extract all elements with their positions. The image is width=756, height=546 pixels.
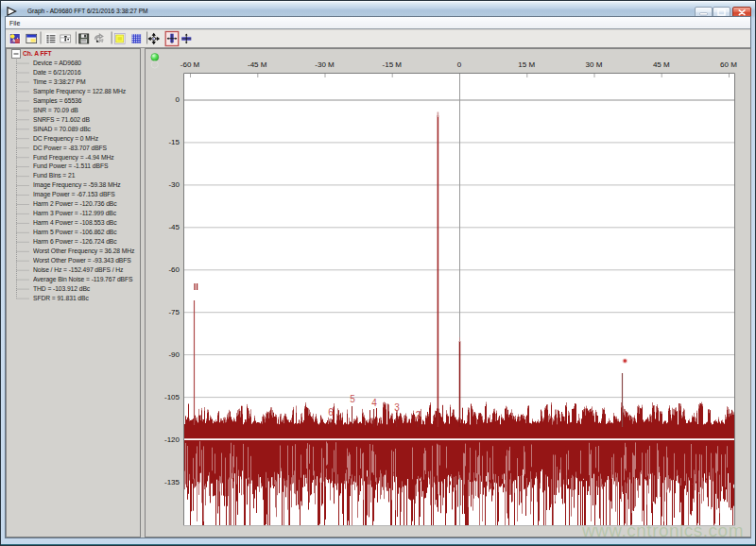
svg-text:5: 5 xyxy=(350,394,355,404)
svg-text:0: 0 xyxy=(176,95,180,104)
svg-text:0: 0 xyxy=(457,60,462,69)
svg-text:-105: -105 xyxy=(164,393,180,401)
svg-text:45 M: 45 M xyxy=(653,60,670,69)
svg-text:15 M: 15 M xyxy=(518,60,535,69)
svg-text:-120: -120 xyxy=(164,435,180,444)
svg-text:-60 M: -60 M xyxy=(180,60,200,69)
svg-text:-30 M: -30 M xyxy=(315,60,335,69)
svg-text:4: 4 xyxy=(371,398,377,408)
svg-text:-45: -45 xyxy=(168,223,180,231)
svg-text:-75: -75 xyxy=(168,308,180,316)
svg-text:30 M: 30 M xyxy=(586,60,603,69)
svg-text:-60: -60 xyxy=(168,265,180,274)
svg-text:-15: -15 xyxy=(168,138,180,146)
svg-text:-15 M: -15 M xyxy=(383,60,403,69)
svg-text:-45 M: -45 M xyxy=(248,60,267,69)
svg-text:3: 3 xyxy=(394,402,400,413)
svg-text:6: 6 xyxy=(328,407,334,418)
svg-text:60 M: 60 M xyxy=(720,60,737,69)
svg-text:-90: -90 xyxy=(168,350,180,359)
svg-text:2: 2 xyxy=(416,410,421,420)
svg-text:-135: -135 xyxy=(164,478,180,486)
svg-text:-30: -30 xyxy=(168,180,180,189)
